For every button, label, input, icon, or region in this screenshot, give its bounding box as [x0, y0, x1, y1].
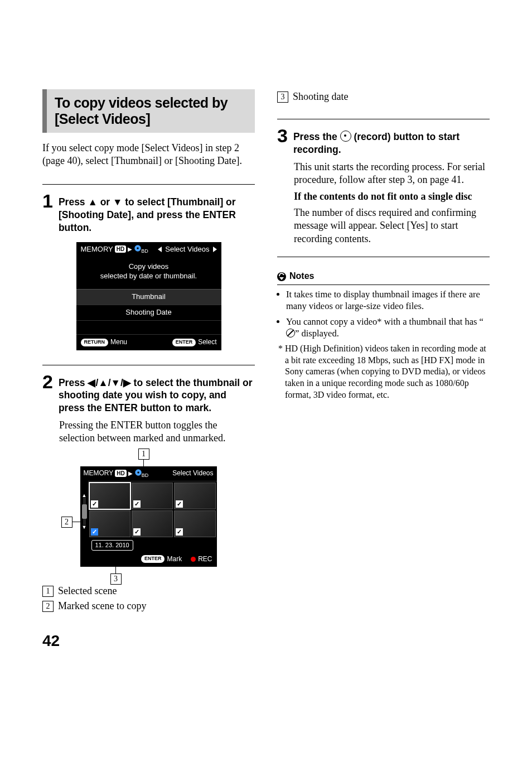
down-arrow-icon: ▼	[111, 377, 120, 388]
notes-heading: Notes	[277, 271, 490, 282]
mark-label: Mark	[167, 555, 182, 564]
step3-subhead: If the contents do not fit onto a single…	[294, 190, 490, 203]
scroll-down-icon[interactable]: ▼	[82, 525, 87, 529]
thumbnail[interactable]: ✓	[174, 483, 215, 509]
bd-label: BD	[142, 472, 149, 479]
hd-badge: HD	[115, 245, 126, 253]
lcd2-scrollbar[interactable]: ▲ ▼	[82, 493, 87, 529]
step2-body-text: Pressing the ENTER button toggles the se…	[59, 419, 255, 445]
legend-label-2: Marked scene to copy	[58, 600, 146, 613]
thumbnail-selected[interactable]: ✓	[89, 483, 130, 509]
thumbnail[interactable]: ✓	[132, 483, 173, 509]
legend-num-1: 1	[42, 586, 54, 597]
rec-button[interactable]: REC	[191, 555, 212, 564]
callout-line-3	[115, 559, 116, 573]
step-number-2: 2	[42, 372, 53, 391]
divider	[277, 257, 490, 257]
step-2: 2 Press ◀/▲/▼/▶ to select the thumbnail …	[42, 373, 255, 414]
legend-num-3: 3	[277, 91, 288, 103]
legend-num-2: 2	[42, 601, 54, 612]
rec-label: REC	[198, 555, 212, 564]
legend-1: 1 Selected scene	[42, 585, 255, 597]
legend-2: 2 Marked scene to copy	[42, 600, 255, 613]
thumbnail[interactable]: ✓	[174, 510, 215, 537]
lcd1-body-line2: selected by date or thumbnail.	[80, 272, 218, 281]
lcd1-topbar: MEMORY HD ▶ BD Select Videos	[76, 242, 221, 257]
thumbnail[interactable]: ✓	[132, 510, 173, 537]
lcd1-item-thumbnail[interactable]: Thumbnail	[76, 290, 221, 305]
lcd2-source: MEMORY	[84, 469, 114, 478]
shooting-date-value: 11. 23. 2010	[91, 540, 133, 550]
callout-box-1: 1	[138, 449, 149, 460]
footnote-text: HD (High Definition) videos taken in rec…	[285, 344, 486, 399]
check-icon: ✓	[133, 500, 141, 508]
lcd1-source: MEMORY	[81, 245, 113, 254]
lcd1-body: Copy videos selected by date or thumbnai…	[76, 257, 221, 289]
check-icon-marked: ✓	[91, 528, 98, 536]
step3-body2: The number of discs required and confirm…	[294, 206, 490, 245]
note2-c: ” displayed.	[295, 328, 339, 339]
step-2-body: Pressing the ENTER button toggles the se…	[59, 419, 255, 445]
enter-pill: ENTER	[141, 555, 165, 563]
svg-point-3	[137, 471, 139, 474]
lcd1-item-blank	[76, 321, 221, 335]
step-number-1: 1	[42, 191, 53, 210]
nav-right-icon	[213, 247, 217, 252]
lcd1-title: Select Videos	[165, 245, 209, 254]
step2-a: Press	[59, 377, 88, 388]
note2-a: You cannot copy a video	[286, 316, 377, 327]
intro-paragraph: If you select copy mode [Select Videos] …	[42, 142, 255, 168]
step1-b: or	[98, 196, 113, 208]
note2-b: with a thumbnail that has “	[382, 316, 483, 327]
enter-pill: ENTER	[172, 339, 196, 346]
check-icon: ✓	[176, 500, 183, 508]
step-1: 1 Press ▲ or ▼ to select [Thumbnail] or …	[42, 192, 255, 234]
disc-icon	[134, 469, 142, 479]
arrow-right-small-icon: ▶	[128, 470, 133, 477]
lcd1-body-line1: Copy videos	[80, 262, 218, 272]
return-pill: RETURN	[81, 339, 109, 346]
record-button-icon	[340, 131, 351, 142]
enter-mark-button[interactable]: ENTER Mark	[141, 555, 182, 564]
enter-select-button[interactable]: ENTER Select	[172, 338, 217, 347]
disc-icon	[134, 244, 142, 255]
up-arrow-icon: ▲	[98, 377, 108, 388]
check-icon: ✓	[176, 528, 183, 536]
lcd1-item-shooting-date[interactable]: Shooting Date	[76, 305, 221, 321]
divider	[42, 365, 255, 365]
footnote: * HD (High Definition) videos taken in r…	[277, 343, 490, 401]
step-number-3: 3	[277, 126, 288, 145]
lcd2-date-row: 11. 23. 2010	[88, 538, 217, 552]
return-button[interactable]: RETURN Menu	[81, 338, 128, 347]
scroll-thumb[interactable]	[82, 504, 87, 519]
return-label: Menu	[110, 338, 127, 347]
lcd2-body: ▲ ▼ ✓ ✓ ✓ ✓ ✓ ✓	[80, 481, 217, 552]
notes-title: Notes	[289, 271, 314, 282]
divider	[277, 119, 490, 119]
step-2-text: Press ◀/▲/▼/▶ to select the thumbnail or…	[59, 377, 255, 414]
legend-label-1: Selected scene	[58, 585, 117, 597]
scroll-up-icon[interactable]: ▲	[82, 493, 87, 498]
nav-left-icon	[158, 247, 162, 252]
step-3-body: This unit starts the recording process. …	[294, 161, 490, 245]
thumbnail-grid: ✓ ✓ ✓ ✓ ✓ ✓	[88, 481, 217, 538]
step-3: 3 Press the (record) button to start rec…	[277, 127, 490, 156]
step3-body1: This unit starts the recording process. …	[294, 161, 490, 187]
lcd2-topbar: MEMORY HD ▶ BD Select Videos	[80, 466, 217, 481]
step1-a: Press	[59, 196, 88, 208]
bd-label: BD	[141, 248, 148, 255]
thumbnail-marked[interactable]: ✓	[89, 510, 130, 537]
down-arrow-icon: ▼	[113, 196, 122, 208]
divider	[42, 184, 255, 185]
page-number: 42	[42, 631, 255, 651]
lcd-screen-thumbnails: MEMORY HD ▶ BD Select Videos	[80, 466, 217, 567]
left-arrow-icon: ◀	[88, 377, 95, 388]
step-3-text: Press the (record) button to start recor…	[293, 131, 490, 156]
footnote-star: *	[278, 344, 283, 353]
note-1: It takes time to display thumbnail image…	[286, 288, 490, 312]
lcd2-wrapper: 1 2 3 MEMORY HD ▶	[61, 451, 236, 582]
lcd2-title: Select Videos	[172, 469, 213, 478]
step-1-text: Press ▲ or ▼ to select [Thumbnail] or [S…	[59, 196, 255, 234]
lcd2-footer: ENTER Mark REC	[80, 553, 217, 567]
svg-point-1	[137, 247, 139, 249]
